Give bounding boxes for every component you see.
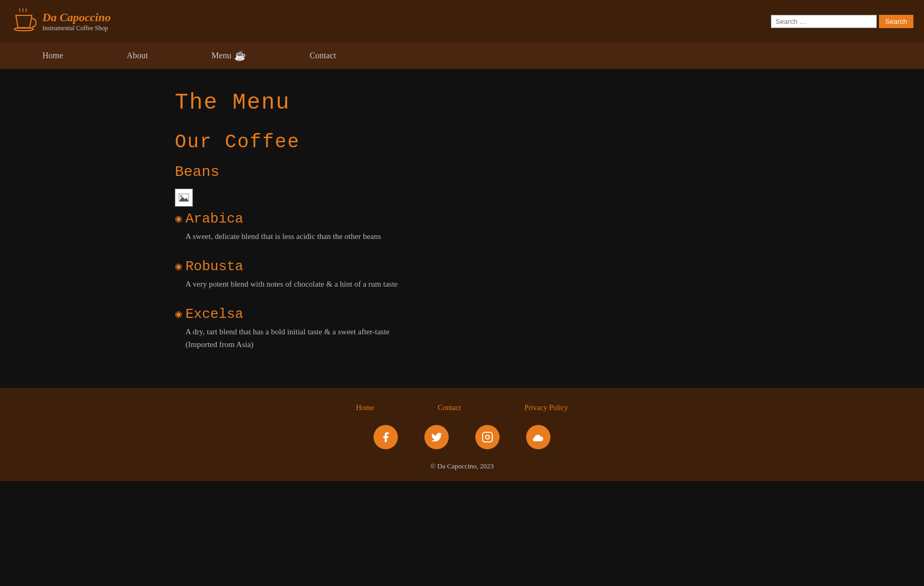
bean-bullet: ◉ <box>175 262 182 271</box>
main-content: The Menu Our Coffee Beans ◉ Arabica A sw… <box>0 69 924 388</box>
footer-link-home[interactable]: Home <box>356 404 374 412</box>
coffee-cup-icon: ☕ <box>234 50 246 61</box>
nav-item-home[interactable]: Home <box>11 42 95 69</box>
bean-bullet: ◉ <box>175 215 182 223</box>
bean-desc-excelsa: A dry, tart blend that has a bold initia… <box>175 325 749 351</box>
logo-area: Da Capoccino Instrumental Coffee Shop <box>11 8 111 34</box>
bean-desc-arabica: A sweet, delicate blend that is less aci… <box>175 230 749 243</box>
soundcloud-button[interactable] <box>526 425 550 449</box>
site-title: Da Capoccino Instrumental Coffee Shop <box>42 11 111 32</box>
footer-links: Home Contact Privacy Policy <box>11 404 913 412</box>
bean-item-arabica: ◉ Arabica A sweet, delicate blend that i… <box>175 211 749 243</box>
broken-image <box>175 189 193 207</box>
bean-bullet: ◉ <box>175 310 182 318</box>
site-footer: Home Contact Privacy Policy © Da Capocci… <box>0 388 924 481</box>
bean-name-robusta: Robusta <box>185 259 243 274</box>
copyright-text: © Da Capoccino, 2023 <box>11 462 913 470</box>
nav-menu-label: Menu <box>211 51 231 60</box>
facebook-button[interactable] <box>374 425 398 449</box>
bean-item-excelsa: ◉ Excelsa A dry, tart blend that has a b… <box>175 306 749 351</box>
main-nav: Home About Menu ☕ Contact <box>0 42 924 69</box>
our-coffee-heading: Our Coffee <box>175 131 749 153</box>
bean-name-excelsa: Excelsa <box>185 306 243 322</box>
svg-rect-4 <box>483 432 492 442</box>
site-name: Da Capoccino <box>42 11 111 24</box>
logo-icon <box>11 8 37 34</box>
search-area: Search <box>771 15 913 28</box>
bean-item-robusta: ◉ Robusta A very potent blend with notes… <box>175 259 749 290</box>
footer-link-contact[interactable]: Contact <box>438 404 461 412</box>
svg-point-3 <box>180 195 182 197</box>
search-button[interactable]: Search <box>879 15 913 28</box>
social-icons <box>11 425 913 449</box>
nav-item-contact[interactable]: Contact <box>278 42 368 69</box>
twitter-button[interactable] <box>424 425 449 449</box>
beans-heading: Beans <box>175 164 749 180</box>
svg-marker-2 <box>179 197 189 201</box>
bean-desc-robusta: A very potent blend with notes of chocol… <box>175 278 749 290</box>
instagram-button[interactable] <box>475 425 500 449</box>
bean-name-arabica: Arabica <box>185 211 243 227</box>
nav-item-about[interactable]: About <box>95 42 180 69</box>
svg-point-0 <box>14 28 33 31</box>
site-header: Da Capoccino Instrumental Coffee Shop Se… <box>0 0 924 42</box>
search-input[interactable] <box>771 15 877 28</box>
page-title: The Menu <box>175 90 749 116</box>
footer-link-privacy[interactable]: Privacy Policy <box>525 404 568 412</box>
site-tagline: Instrumental Coffee Shop <box>42 24 111 32</box>
nav-item-menu[interactable]: Menu ☕ <box>180 42 278 69</box>
